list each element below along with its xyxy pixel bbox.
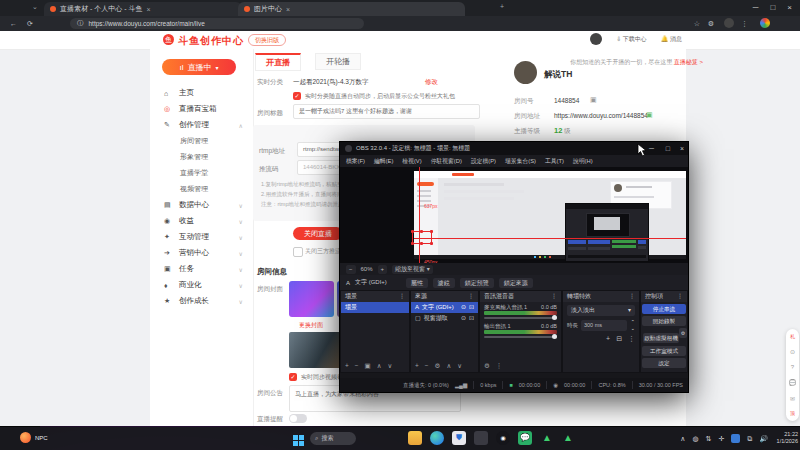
obs-menu-edit[interactable]: 編輯(E) xyxy=(374,157,393,166)
zoom-out-button[interactable]: − xyxy=(346,265,356,274)
live-remind-toggle[interactable] xyxy=(289,414,307,423)
sidebar-item-growth[interactable]: ★创作成长∨ xyxy=(150,293,253,309)
live-status-button[interactable]: ıl 直播中 ▾ xyxy=(162,59,236,75)
mixer-settings-icon[interactable]: ⚙ xyxy=(484,362,490,370)
sidebar-item-home[interactable]: ⌂主页 xyxy=(150,85,253,101)
download-center-link[interactable]: ⇩ 下载中心 xyxy=(616,35,647,44)
tray-network-icon[interactable]: ◍ xyxy=(692,435,698,443)
site-logo-text[interactable]: 斗鱼创作中心 xyxy=(178,34,244,48)
feedback-icon[interactable]: ✉ xyxy=(790,395,795,402)
start-button[interactable] xyxy=(293,435,304,446)
change-cover-link[interactable]: 更换封面 xyxy=(299,321,323,330)
cover-banner-1[interactable] xyxy=(289,281,334,317)
taskbar-clock[interactable]: 21:22 1/1/2026 xyxy=(777,431,798,445)
taskbar-app-icon[interactable] xyxy=(474,431,488,445)
sidebar-item-image-manage[interactable]: 形象管理 xyxy=(150,149,253,165)
extensions-icon[interactable]: ⚙ xyxy=(708,20,714,28)
tray-volume-icon[interactable]: 🔊 xyxy=(759,435,768,443)
live-dropdown-icon[interactable]: ▾ xyxy=(215,64,218,71)
lock-icon[interactable]: ⊡ xyxy=(469,313,474,324)
obs-menu-tools[interactable]: 工具(T) xyxy=(545,157,564,166)
scene-down-icon[interactable]: ∨ xyxy=(388,362,393,370)
transition-props-icon[interactable]: ⋮ xyxy=(628,335,635,343)
virtual-camera-button[interactable]: 啟動虛擬相機 xyxy=(643,333,679,343)
taskbar-store-icon[interactable]: ⛊ xyxy=(452,431,466,445)
third-party-checkbox[interactable]: ✓ xyxy=(293,247,303,257)
virtual-camera-config-icon[interactable]: ⚙ xyxy=(679,328,687,338)
obs-maximize-button[interactable]: □ xyxy=(666,145,670,152)
filters-button[interactable]: 濾鏡 xyxy=(433,278,455,288)
upload-icon[interactable]: ⊙ xyxy=(790,348,795,355)
room-addr-copy-icon[interactable]: ▣ xyxy=(646,111,653,119)
sidebar-item-data-center[interactable]: ▤数据中心∨ xyxy=(150,197,253,213)
browser-maximize-button[interactable]: □ xyxy=(770,3,775,12)
sidebar-item-revenue[interactable]: ◉收益∨ xyxy=(150,213,253,229)
tab-search-chevron-icon[interactable]: ⌄ xyxy=(32,3,38,11)
sidebar-item-creation[interactable]: ✎创作管理∧ xyxy=(150,117,253,133)
tab2-close-icon[interactable]: × xyxy=(286,6,290,13)
sidebar-item-video-manage[interactable]: 视频管理 xyxy=(150,181,253,197)
room-no-copy-icon[interactable]: ▣ xyxy=(590,96,597,104)
zoom-in-button[interactable]: + xyxy=(378,265,388,274)
studio-mode-button[interactable]: 工作室模式 xyxy=(642,346,686,356)
back-top-icon[interactable]: 顶 xyxy=(790,411,795,416)
add-transition-icon[interactable]: + xyxy=(606,335,610,343)
stop-streaming-button[interactable]: 停止串流 xyxy=(642,304,686,314)
mixer1-volume-slider[interactable] xyxy=(484,317,557,319)
browser-menu-icon[interactable]: ⋮ xyxy=(741,20,748,28)
transitions-dock-menu-icon[interactable]: ⋮ xyxy=(629,291,635,302)
taskbar-game-icon-1[interactable]: ▲ xyxy=(540,431,554,445)
duration-input[interactable]: 300 ms xyxy=(581,320,627,331)
back-icon[interactable]: ← xyxy=(10,20,17,27)
scenes-dock-menu-icon[interactable]: ⋮ xyxy=(399,291,405,302)
lock-preview-button[interactable]: 鎖定預覽 xyxy=(460,278,494,288)
tray-expand-icon[interactable]: ∧ xyxy=(680,435,685,443)
mixer-dock-menu-icon[interactable]: ⋮ xyxy=(551,291,557,302)
help-icon[interactable]: ? xyxy=(791,364,794,370)
taskbar-wechat-icon[interactable]: 💬 xyxy=(518,431,532,445)
remove-source-icon[interactable]: − xyxy=(425,362,429,370)
visibility-icon[interactable]: ⊙ xyxy=(461,302,466,313)
obs-menu-help[interactable]: 說明(H) xyxy=(573,157,593,166)
scene-up-icon[interactable]: ∧ xyxy=(377,362,382,370)
obs-preview[interactable]: 637px 450px xyxy=(340,167,688,263)
browser-profile-icon[interactable] xyxy=(760,18,770,28)
tray-bluetooth-icon[interactable]: ✛ xyxy=(718,435,724,443)
source-up-icon[interactable]: ∧ xyxy=(446,362,451,370)
streamer-avatar[interactable] xyxy=(514,61,537,84)
transition-select[interactable]: 淡入淡出▾ xyxy=(567,305,635,316)
obs-menu-docks[interactable]: 停駐視窗(D) xyxy=(431,157,462,166)
category-sync-checkbox[interactable]: ✓ xyxy=(293,92,301,100)
chat-icon[interactable]: 💬 xyxy=(789,379,797,386)
obs-title-bar[interactable]: OBS 32.0.4 - 設定檔: 無標題 - 場景: 無標題 ─ □ × xyxy=(340,142,688,155)
sidebar-item-live-school[interactable]: 直播学堂 xyxy=(150,165,253,181)
source-properties-icon[interactable]: ⚙ xyxy=(435,362,441,370)
obs-minimize-button[interactable]: ─ xyxy=(649,145,654,152)
activity-icon[interactable]: 礼 xyxy=(790,334,795,339)
source-down-icon[interactable]: ∨ xyxy=(457,362,462,370)
remove-scene-icon[interactable]: − xyxy=(355,362,359,370)
tab-start-live[interactable]: 开直播 xyxy=(255,53,301,71)
switch-old-version-button[interactable]: 切换旧版 xyxy=(248,34,286,46)
sources-dock-menu-icon[interactable]: ⋮ xyxy=(468,291,474,302)
browser-close-button[interactable]: × xyxy=(787,3,792,12)
duration-stepper[interactable]: ⌃⌄ xyxy=(630,319,635,331)
settings-button[interactable]: 設定 xyxy=(642,358,686,368)
browser-account-avatar[interactable] xyxy=(724,18,734,28)
sidebar-item-marketing[interactable]: ➔营销中心∨ xyxy=(150,245,253,261)
lock-icon[interactable]: ⊡ xyxy=(469,302,474,313)
remove-transition-icon[interactable]: ⊟ xyxy=(616,335,622,343)
tray-update-icon[interactable]: ⇅ xyxy=(706,435,712,443)
selection-box[interactable] xyxy=(412,231,432,244)
room-title-input[interactable]: 是一帽子戏法吗7 这里有个好标题选，谢谢 xyxy=(293,104,480,119)
taskbar-search[interactable]: ⌕ 搜索 xyxy=(310,432,356,445)
source-item-text[interactable]: A文字 (GDI+)⊙⊡ xyxy=(411,302,478,313)
tray-ime-icon[interactable] xyxy=(731,434,740,443)
controls-dock-menu-icon[interactable]: ⋮ xyxy=(677,291,683,302)
site-info-icon[interactable]: ⓘ xyxy=(77,19,84,28)
scene-item[interactable]: 場景 xyxy=(341,302,409,313)
taskbar-edge-icon[interactable] xyxy=(430,431,444,445)
zoom-fit-dropdown[interactable]: 縮放至視窗 ▾ xyxy=(392,265,433,274)
sidebar-item-treasure[interactable]: ◎直播百宝箱 xyxy=(150,101,253,117)
source-item-window-capture[interactable]: ▢視窗擷取⊙⊡ xyxy=(411,313,478,324)
